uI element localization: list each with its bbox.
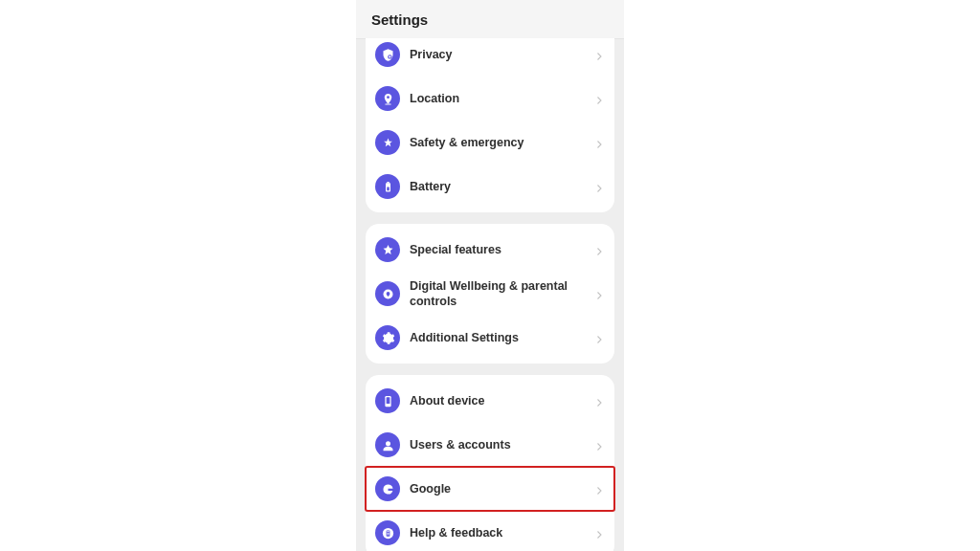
row-label: Safety & emergency [410, 135, 593, 150]
svg-rect-12 [387, 531, 390, 532]
chevron-right-icon [593, 439, 605, 451]
settings-scroll[interactable]: Privacy Location Safety & emergency [356, 38, 624, 551]
user-icon [375, 432, 400, 457]
page-title: Settings [371, 11, 428, 28]
chevron-right-icon [593, 527, 605, 539]
svg-rect-2 [385, 103, 390, 104]
chevron-right-icon [593, 332, 605, 343]
settings-row-privacy[interactable]: Privacy [366, 38, 614, 77]
row-label: Google [410, 481, 593, 496]
settings-row-additional[interactable]: Additional Settings [366, 316, 614, 360]
svg-rect-14 [387, 534, 390, 535]
svg-rect-13 [387, 532, 390, 533]
settings-row-google[interactable]: Google [366, 467, 614, 511]
location-icon [375, 86, 400, 111]
chevron-right-icon [593, 93, 605, 104]
wellbeing-icon [375, 281, 400, 306]
settings-row-location[interactable]: Location [366, 77, 614, 121]
chevron-right-icon [593, 483, 605, 495]
settings-group: Privacy Location Safety & emergency [366, 38, 614, 212]
battery-icon [375, 174, 400, 199]
chevron-right-icon [593, 137, 605, 148]
settings-row-special-features[interactable]: Special features [366, 228, 614, 272]
settings-row-users[interactable]: Users & accounts [366, 423, 614, 467]
svg-point-9 [386, 441, 390, 446]
row-label: Additional Settings [410, 330, 593, 345]
settings-row-about-device[interactable]: About device [366, 379, 614, 423]
chevron-right-icon [593, 49, 605, 60]
chevron-right-icon [593, 395, 605, 407]
settings-group: Special features Digital Wellbeing & par… [366, 224, 614, 364]
settings-row-battery[interactable]: Battery [366, 165, 614, 209]
privacy-icon [375, 42, 400, 67]
header-bar: Settings [356, 0, 624, 39]
svg-rect-8 [386, 397, 390, 404]
chevron-right-icon [593, 288, 605, 299]
row-label: Location [410, 91, 593, 106]
gear-icon [375, 325, 400, 350]
chevron-right-icon [593, 244, 605, 255]
settings-row-digital-wellbeing[interactable]: Digital Wellbeing & parental controls [366, 272, 614, 316]
row-label: Help & feedback [410, 525, 593, 540]
svg-rect-4 [387, 181, 390, 183]
row-label: Users & accounts [410, 437, 593, 452]
help-icon [375, 520, 400, 545]
safety-icon [375, 130, 400, 155]
settings-row-safety[interactable]: Safety & emergency [366, 121, 614, 165]
row-label: About device [410, 393, 593, 408]
row-label: Battery [410, 179, 593, 194]
star-icon [375, 237, 400, 262]
svg-rect-5 [387, 187, 390, 190]
settings-screen: Settings Privacy Location [356, 0, 624, 551]
settings-group: About device Users & accounts Google [366, 375, 614, 551]
row-label: Special features [410, 242, 593, 257]
svg-point-1 [387, 96, 390, 99]
row-label: Digital Wellbeing & parental controls [410, 278, 593, 310]
device-icon [375, 388, 400, 413]
chevron-right-icon [593, 181, 605, 192]
row-label: Privacy [410, 47, 593, 62]
google-icon [375, 476, 400, 501]
settings-row-help[interactable]: Help & feedback [366, 511, 614, 551]
